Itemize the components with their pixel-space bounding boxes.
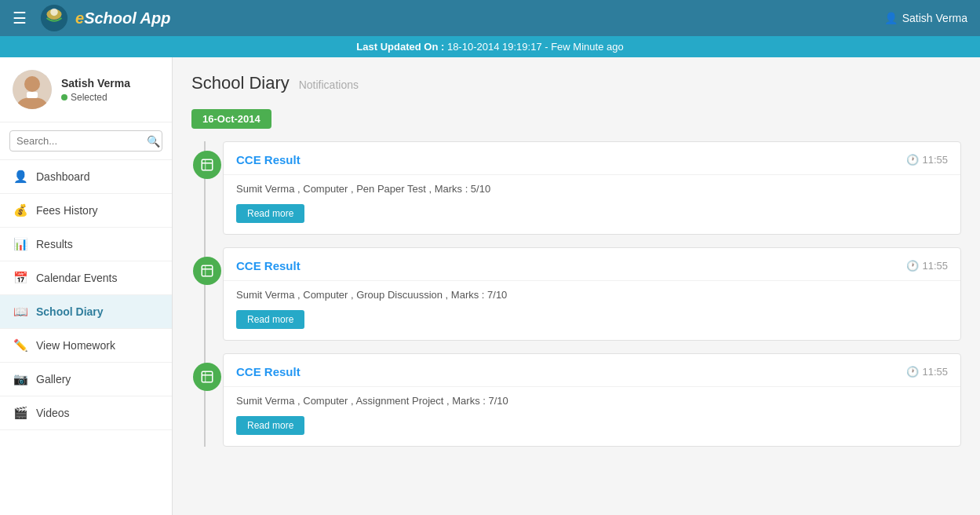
diary-card: CCE Result 🕐 11:55 Sumit Verma , Compute…	[223, 141, 961, 235]
search-box: 🔍	[0, 122, 172, 160]
sidebar-item-school-diary[interactable]: 📖 School Diary	[0, 295, 172, 329]
svg-rect-5	[27, 92, 38, 98]
navbar: ☰ eSchool App 👤 Satish Verma	[0, 0, 980, 36]
homework-icon: ✏️	[13, 338, 28, 352]
read-more-button[interactable]: Read more	[236, 204, 304, 223]
read-more-button[interactable]: Read more	[236, 310, 304, 329]
sidebar-item-label: Calendar Events	[36, 272, 118, 284]
update-bar: Last Updated On : 18-10-2014 19:19:17 - …	[0, 36, 980, 57]
sidebar-item-label: Gallery	[36, 373, 71, 385]
card-header: CCE Result 🕐 11:55	[236, 365, 948, 378]
sidebar-item-label: View Homework	[36, 339, 115, 352]
profile-info: Satish Verma Selected	[61, 77, 130, 103]
sidebar-item-label: Fees History	[36, 204, 98, 217]
logo-icon	[39, 3, 69, 33]
card-title: CCE Result	[236, 259, 301, 272]
sidebar-item-dashboard[interactable]: 👤 Dashboard	[0, 160, 172, 194]
timeline-item: CCE Result 🕐 11:55 Sumit Verma , Compute…	[223, 353, 961, 447]
dashboard-icon: 👤	[13, 170, 28, 184]
diary-card: CCE Result 🕐 11:55 Sumit Verma , Compute…	[223, 247, 961, 341]
clock-icon: 🕐	[906, 154, 919, 166]
card-divider	[224, 386, 960, 387]
svg-rect-9	[202, 265, 213, 276]
user-icon: 👤	[884, 12, 898, 24]
timeline-item: CCE Result 🕐 11:55 Sumit Verma , Compute…	[223, 247, 961, 341]
sidebar-item-fees-history[interactable]: 💰 Fees History	[0, 194, 172, 228]
sidebar-item-gallery[interactable]: 📷 Gallery	[0, 363, 172, 396]
card-divider	[224, 280, 960, 281]
card-divider	[224, 174, 960, 175]
card-header: CCE Result 🕐 11:55	[236, 153, 948, 166]
hamburger-icon[interactable]: ☰	[13, 9, 27, 27]
card-time: 🕐 11:55	[906, 260, 948, 272]
avatar	[13, 70, 52, 109]
sidebar-item-label: Videos	[36, 407, 70, 419]
date-badge: 16-Oct-2014	[191, 109, 271, 129]
diary-card: CCE Result 🕐 11:55 Sumit Verma , Compute…	[223, 353, 961, 447]
svg-point-4	[24, 76, 40, 92]
sidebar-item-calendar-events[interactable]: 📅 Calendar Events	[0, 261, 172, 295]
sidebar-item-results[interactable]: 📊 Results	[0, 228, 172, 261]
profile-name: Satish Verma	[61, 77, 130, 89]
time-value: 11:55	[922, 154, 948, 166]
page-header: School Diary Notifications	[191, 73, 961, 93]
nav-menu: 👤 Dashboard 💰 Fees History 📊 Results 📅 C…	[0, 160, 172, 430]
svg-rect-12	[202, 371, 213, 382]
sidebar-item-label: Dashboard	[36, 170, 90, 183]
timeline-dot	[193, 151, 221, 179]
fees-icon: 💰	[13, 203, 28, 217]
content-area: School Diary Notifications 16-Oct-2014 C…	[173, 57, 980, 515]
update-value: 18-10-2014 19:19:17 - Few Minute ago	[447, 41, 624, 53]
card-time: 🕐 11:55	[906, 154, 948, 166]
gallery-icon: 📷	[13, 372, 28, 386]
sidebar-item-videos[interactable]: 🎬 Videos	[0, 396, 172, 430]
timeline-dot	[193, 363, 221, 391]
calendar-icon: 📅	[13, 271, 28, 285]
brand: eSchool App	[39, 3, 171, 33]
sidebar-item-view-homework[interactable]: ✏️ View Homework	[0, 329, 172, 363]
clock-icon: 🕐	[906, 260, 919, 272]
status-label: Selected	[71, 92, 107, 103]
card-description: Sumit Verma , Computer , Pen Paper Test …	[236, 183, 948, 195]
timeline: CCE Result 🕐 11:55 Sumit Verma , Compute…	[191, 141, 961, 447]
card-header: CCE Result 🕐 11:55	[236, 259, 948, 272]
read-more-button[interactable]: Read more	[236, 416, 304, 435]
app-title: eSchool App	[75, 9, 171, 27]
videos-icon: 🎬	[13, 406, 28, 420]
timeline-item: CCE Result 🕐 11:55 Sumit Verma , Compute…	[223, 141, 961, 235]
sidebar-item-label: School Diary	[36, 305, 104, 318]
svg-point-2	[50, 9, 58, 16]
update-label: Last Updated On :	[356, 41, 444, 53]
search-button[interactable]: 🔍	[147, 135, 160, 148]
diary-icon: 📖	[13, 305, 28, 319]
card-description: Sumit Verma , Computer , Group Discuussi…	[236, 289, 948, 301]
page-subtitle: Notifications	[299, 79, 359, 91]
time-value: 11:55	[922, 366, 948, 378]
status-dot	[61, 94, 67, 100]
clock-icon: 🕐	[906, 366, 919, 378]
profile-status: Selected	[61, 92, 130, 103]
sidebar: Satish Verma Selected 🔍 👤 Dashboard 💰 Fe…	[0, 57, 173, 515]
sidebar-item-label: Results	[36, 238, 73, 250]
time-value: 11:55	[922, 260, 948, 272]
sidebar-profile: Satish Verma Selected	[0, 57, 172, 122]
navbar-user: 👤 Satish Verma	[884, 12, 967, 24]
card-title: CCE Result	[236, 365, 301, 378]
navbar-username: Satish Verma	[902, 12, 967, 24]
card-title: CCE Result	[236, 153, 301, 166]
search-input[interactable]	[9, 130, 162, 152]
svg-rect-6	[202, 159, 213, 170]
card-time: 🕐 11:55	[906, 366, 948, 378]
card-description: Sumit Verma , Computer , Assignment Proj…	[236, 395, 948, 407]
page-title: School Diary	[191, 73, 290, 93]
timeline-dot	[193, 257, 221, 285]
results-icon: 📊	[13, 237, 28, 251]
